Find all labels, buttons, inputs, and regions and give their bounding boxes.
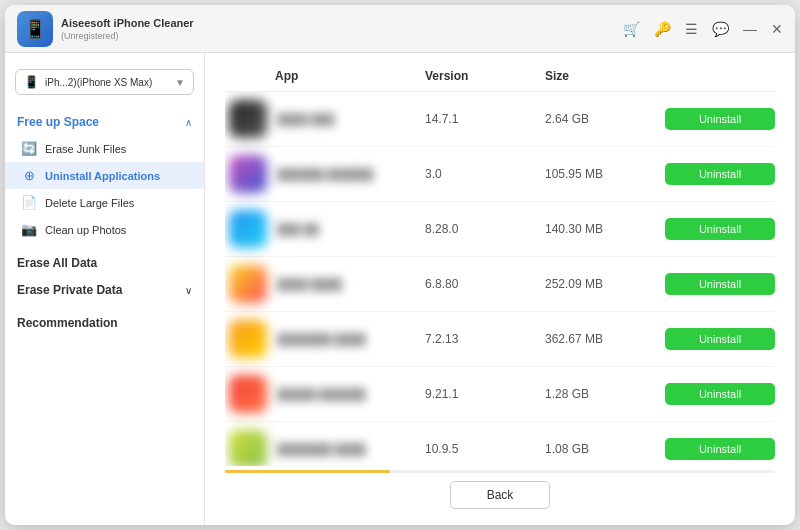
menu-icon[interactable]: ☰ xyxy=(685,21,698,37)
erase-private-header[interactable]: Erase Private Data ∨ xyxy=(5,277,204,303)
sidebar-item-erase-junk[interactable]: 🔄 Erase Junk Files xyxy=(5,135,204,162)
uninstall-apps-label: Uninstall Applications xyxy=(45,170,160,182)
sidebar-section-erase-all[interactable]: Erase All Data xyxy=(5,247,204,277)
erase-all-title: Erase All Data xyxy=(17,256,97,270)
app-info: ███████ ████ xyxy=(225,430,425,466)
sidebar-section-recommendation[interactable]: Recommendation xyxy=(5,307,204,337)
titlebar: 📱 Aiseesoft iPhone Cleaner (Unregistered… xyxy=(5,5,795,53)
header-action xyxy=(665,69,775,83)
close-icon[interactable]: ✕ xyxy=(771,21,783,37)
app-size: 1.08 GB xyxy=(545,442,665,456)
sidebar-item-uninstall-apps[interactable]: ⊕ Uninstall Applications xyxy=(5,162,204,189)
app-logo: 📱 xyxy=(17,11,53,47)
logo-icon: 📱 xyxy=(24,18,46,40)
app-name-blurred: ████ ████ xyxy=(277,278,342,290)
free-up-space-chevron-icon: ∧ xyxy=(185,117,192,128)
erase-private-chevron-icon: ∨ xyxy=(185,285,192,296)
app-icon xyxy=(229,375,267,413)
app-version: 6.8.80 xyxy=(425,277,545,291)
sidebar-section-free-up-space: Free up Space ∧ 🔄 Erase Junk Files ⊕ Uni… xyxy=(5,109,204,243)
table-row: ███████ ████ 10.9.5 1.08 GB Uninstall xyxy=(225,422,775,466)
app-name-blurred: ███████ ████ xyxy=(277,333,366,345)
app-size: 105.95 MB xyxy=(545,167,665,181)
table-row: ████ ████ 6.8.80 252.09 MB Uninstall xyxy=(225,257,775,312)
device-chevron-icon: ▼ xyxy=(175,77,185,88)
main-layout: 📱 iPh...2)(iPhone XS Max) ▼ Free up Spac… xyxy=(5,53,795,525)
app-size: 252.09 MB xyxy=(545,277,665,291)
app-version: 3.0 xyxy=(425,167,545,181)
table-row: ███████ ████ 7.2.13 362.67 MB Uninstall xyxy=(225,312,775,367)
uninstall-button[interactable]: Uninstall xyxy=(665,163,775,185)
uninstall-button[interactable]: Uninstall xyxy=(665,218,775,240)
uninstall-button[interactable]: Uninstall xyxy=(665,328,775,350)
erase-junk-icon: 🔄 xyxy=(21,141,37,156)
erase-private-title: Erase Private Data xyxy=(17,283,122,297)
device-name: iPh...2)(iPhone XS Max) xyxy=(45,77,169,88)
chat-icon[interactable]: 💬 xyxy=(712,21,729,37)
sidebar-item-delete-large[interactable]: 📄 Delete Large Files xyxy=(5,189,204,216)
table-row: ███ ██ 8.28.0 140.30 MB Uninstall xyxy=(225,202,775,257)
app-info: ██████ ██████ xyxy=(225,155,425,193)
uninstall-button[interactable]: Uninstall xyxy=(665,273,775,295)
app-icon xyxy=(229,265,267,303)
uninstall-apps-icon: ⊕ xyxy=(21,168,37,183)
app-size: 362.67 MB xyxy=(545,332,665,346)
table-row: ██████ ██████ 3.0 105.95 MB Uninstall xyxy=(225,147,775,202)
uninstall-button[interactable]: Uninstall xyxy=(665,108,775,130)
app-name-blurred: ████ ███ xyxy=(277,113,335,125)
erase-junk-label: Erase Junk Files xyxy=(45,143,126,155)
app-version: 8.28.0 xyxy=(425,222,545,236)
app-version: 14.7.1 xyxy=(425,112,545,126)
table-row: █████ ██████ 9.21.1 1.28 GB Uninstall xyxy=(225,367,775,422)
minimize-icon[interactable]: — xyxy=(743,21,757,37)
app-name-blurred: █████ ██████ xyxy=(277,388,366,400)
table-body: ████ ███ 14.7.1 2.64 GB Uninstall ██████… xyxy=(225,92,775,466)
app-icon xyxy=(229,155,267,193)
app-version: 9.21.1 xyxy=(425,387,545,401)
uninstall-button[interactable]: Uninstall xyxy=(665,438,775,460)
app-title-group: Aiseesoft iPhone Cleaner (Unregistered) xyxy=(61,16,194,40)
app-name-blurred: ███ ██ xyxy=(277,223,319,235)
cart-icon[interactable]: 🛒 xyxy=(623,21,640,37)
app-size: 1.28 GB xyxy=(545,387,665,401)
progress-bar xyxy=(225,470,390,473)
app-name-blurred: ███████ ████ xyxy=(277,443,366,455)
header-version: Version xyxy=(425,69,545,83)
free-up-space-title: Free up Space xyxy=(17,115,99,129)
back-button[interactable]: Back xyxy=(450,481,551,509)
sidebar: 📱 iPh...2)(iPhone XS Max) ▼ Free up Spac… xyxy=(5,53,205,525)
app-name: Aiseesoft iPhone Cleaner xyxy=(61,16,194,30)
app-size: 140.30 MB xyxy=(545,222,665,236)
app-size: 2.64 GB xyxy=(545,112,665,126)
phone-icon: 📱 xyxy=(24,75,39,89)
app-icon xyxy=(229,100,267,138)
main-window: 📱 Aiseesoft iPhone Cleaner (Unregistered… xyxy=(5,5,795,525)
delete-large-icon: 📄 xyxy=(21,195,37,210)
app-info: ███████ ████ xyxy=(225,320,425,358)
app-info: ███ ██ xyxy=(225,210,425,248)
header-app: App xyxy=(225,69,425,83)
clean-photos-label: Clean up Photos xyxy=(45,224,126,236)
app-icon xyxy=(229,210,267,248)
app-icon xyxy=(229,430,267,466)
app-info: █████ ██████ xyxy=(225,375,425,413)
progress-track xyxy=(225,470,775,473)
table-header: App Version Size xyxy=(225,69,775,92)
app-version: 10.9.5 xyxy=(425,442,545,456)
sidebar-item-clean-photos[interactable]: 📷 Clean up Photos xyxy=(5,216,204,243)
recommendation-title: Recommendation xyxy=(17,316,118,330)
footer-buttons: Back xyxy=(225,481,775,509)
free-up-space-header[interactable]: Free up Space ∧ xyxy=(5,109,204,135)
app-icon xyxy=(229,320,267,358)
device-selector[interactable]: 📱 iPh...2)(iPhone XS Max) ▼ xyxy=(15,69,194,95)
uninstall-button[interactable]: Uninstall xyxy=(665,383,775,405)
app-name-blurred: ██████ ██████ xyxy=(277,168,374,180)
header-size: Size xyxy=(545,69,665,83)
app-info: ████ ████ xyxy=(225,265,425,303)
app-info: ████ ███ xyxy=(225,100,425,138)
key-icon[interactable]: 🔑 xyxy=(654,21,671,37)
clean-photos-icon: 📷 xyxy=(21,222,37,237)
footer-area: Back xyxy=(225,470,775,509)
app-table: App Version Size ████ ███ 14.7.1 2.64 GB… xyxy=(225,69,775,466)
app-version: 7.2.13 xyxy=(425,332,545,346)
